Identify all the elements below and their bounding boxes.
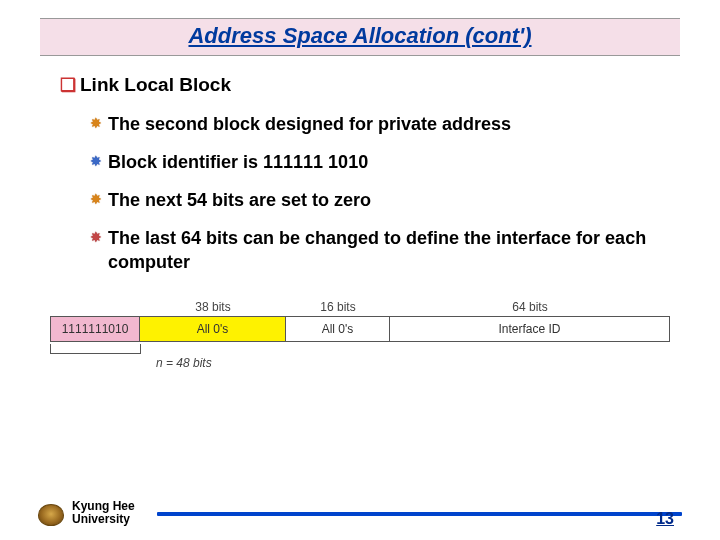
slide-title-bar: Address Space Allocation (cont') [40, 18, 680, 56]
star-icon: ✸ [90, 150, 102, 172]
diagram-dimension-row: 38 bits 16 bits 64 bits [50, 300, 670, 316]
list-item: ✸ The next 54 bits are set to zero [90, 188, 660, 212]
footer-rule [157, 512, 682, 516]
slide-footer: Kyung Hee University 13 [0, 500, 720, 526]
diagram-cell-zeros1: All 0's [140, 317, 286, 341]
bracket-icon [50, 344, 141, 354]
bullet-text: The next 54 bits are set to zero [108, 188, 371, 212]
star-icon: ✸ [90, 188, 102, 210]
diagram-cell-prefix: 1111111010 [51, 317, 140, 341]
diagram-cell-zeros2: All 0's [286, 317, 390, 341]
diagram-box-row: 1111111010 All 0's All 0's Interface ID [50, 316, 670, 342]
star-icon: ✸ [90, 226, 102, 248]
list-item: ✸ The last 64 bits can be changed to def… [90, 226, 660, 274]
bullet-text: Block identifier is 111111 1010 [108, 150, 368, 174]
address-diagram: 38 bits 16 bits 64 bits 1111111010 All 0… [50, 300, 670, 370]
diagram-bracket-row [50, 344, 670, 354]
section-heading: Link Local Block [80, 74, 231, 96]
slide-content: ❑ Link Local Block ✸ The second block de… [0, 56, 720, 274]
n-label: n = 48 bits [156, 356, 670, 370]
page-number: 13 [656, 510, 674, 528]
star-icon: ✸ [90, 112, 102, 134]
list-item: ✸ The second block designed for private … [90, 112, 660, 136]
list-item: ✸ Block identifier is 111111 1010 [90, 150, 660, 174]
dim-label: 16 bits [286, 300, 390, 316]
bullet-text: The last 64 bits can be changed to defin… [108, 226, 660, 274]
uni-line2: University [72, 513, 135, 526]
diagram-cell-interface: Interface ID [390, 317, 669, 341]
square-bullet-icon: ❑ [60, 74, 76, 96]
slide-title: Address Space Allocation (cont') [188, 23, 531, 48]
footer-inner: Kyung Hee University [38, 500, 682, 526]
bullet-text: The second block designed for private ad… [108, 112, 511, 136]
bullet-list: ✸ The second block designed for private … [60, 112, 660, 274]
university-name: Kyung Hee University [72, 500, 135, 526]
dim-label: 38 bits [140, 300, 286, 316]
dim-label [50, 300, 140, 316]
section-heading-row: ❑ Link Local Block [60, 74, 660, 96]
dim-label: 64 bits [390, 300, 670, 316]
university-logo-icon [38, 504, 64, 526]
